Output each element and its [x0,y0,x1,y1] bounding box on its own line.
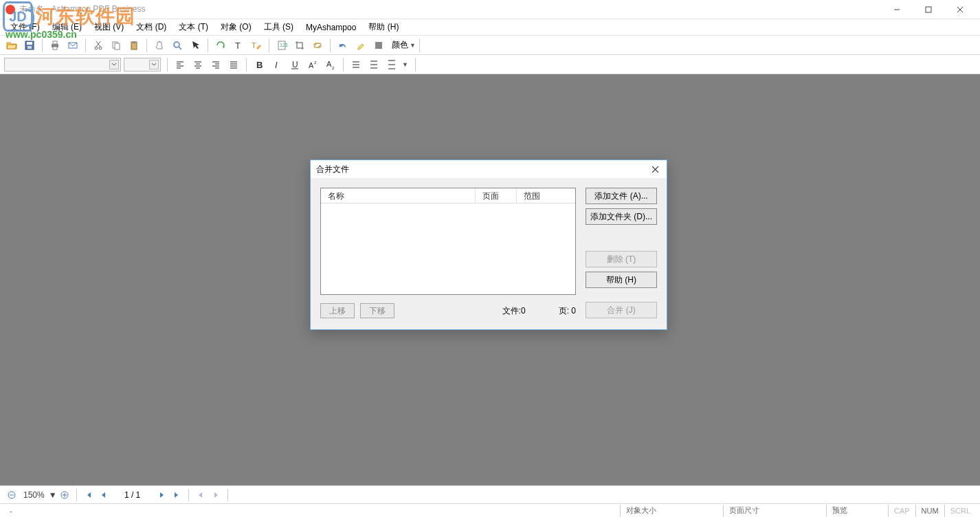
status-scrl: SCRL [944,505,976,517]
align-left-icon[interactable] [172,56,188,73]
svg-text:I: I [275,60,278,70]
menu-myashampoo[interactable]: MyAshampoo [300,20,362,35]
prev-page-button[interactable] [96,487,111,503]
zoom-dropdown-icon[interactable]: ▼ [49,490,57,500]
dialog-close-button[interactable] [649,163,661,175]
undo-icon[interactable] [335,37,351,54]
mail-icon[interactable] [65,37,81,54]
toolbar-format: B I U A2 A2 ▼ [0,55,980,74]
text-tool-icon[interactable]: T [230,37,247,54]
chevron-down-icon[interactable] [109,60,119,69]
align-right-icon[interactable] [208,56,224,73]
menu-view[interactable]: 视图 (V) [88,20,130,35]
svg-text:T: T [252,41,256,50]
crop-icon[interactable] [291,37,308,54]
link-icon[interactable] [309,37,326,54]
status-bar: - 对象大小 页面尺寸 预览 CAP NUM SCRL [0,503,980,517]
window-title: 未命名 - Ashampoo PDF Business [19,3,145,15]
delete-button[interactable]: 删除 (T) [586,251,657,267]
open-icon[interactable] [3,37,20,54]
zoom-in-button[interactable] [57,487,72,503]
superscript-icon[interactable]: A2 [304,56,321,73]
align-center-icon[interactable] [190,56,206,73]
subscript-icon[interactable]: A2 [322,56,339,73]
history-forward-button[interactable] [208,487,223,503]
select-icon[interactable] [187,37,203,54]
zoom-icon[interactable] [169,37,186,54]
print-icon[interactable] [47,37,63,54]
cut-icon[interactable] [90,37,107,54]
highlight-icon[interactable] [353,37,369,54]
edit-text-icon[interactable]: T [248,37,265,54]
svg-text:2: 2 [332,66,335,70]
line-spacing-3-icon[interactable] [383,56,400,73]
dialog-title: 合并文件 [316,164,349,175]
merge-button[interactable]: 合并 (J) [586,302,657,318]
page-number-input[interactable] [111,490,154,500]
merge-file-list[interactable]: 名称 页面 范围 [320,188,576,295]
font-family-combo[interactable] [4,58,121,72]
status-object-size: 对象大小 [620,505,723,517]
font-size-combo[interactable] [124,58,161,72]
svg-rect-8 [53,41,57,44]
color-dropdown-icon[interactable]: ▼ [410,42,416,49]
menu-edit[interactable]: 编辑 (E) [46,20,88,35]
svg-text:B: B [256,60,263,70]
first-page-button[interactable] [81,487,96,503]
col-header-pages[interactable]: 页面 [476,188,517,203]
next-page-button[interactable] [154,487,169,503]
status-dash: - [4,505,18,517]
svg-text:U: U [292,60,298,69]
insert-page-num-icon[interactable]: 123 [274,37,290,54]
svg-point-12 [99,47,102,50]
svg-rect-9 [53,47,57,50]
add-folder-button[interactable]: 添加文件夹 (D)... [586,208,657,225]
underline-icon[interactable]: U [287,56,303,73]
fill-color-icon[interactable] [370,37,387,54]
bold-icon[interactable]: B [251,56,267,73]
menu-object[interactable]: 对象 (O) [214,20,258,35]
col-header-range[interactable]: 范围 [517,188,575,203]
help-button[interactable]: 帮助 (H) [586,272,657,288]
col-header-name[interactable]: 名称 [321,188,476,203]
line-spacing-dropdown-icon[interactable]: ▼ [402,61,408,68]
svg-rect-1 [926,7,931,12]
menu-document[interactable]: 文档 (D) [130,20,172,35]
copy-icon[interactable] [108,37,124,54]
window-minimize-button[interactable] [881,0,913,19]
svg-rect-5 [27,42,32,45]
add-file-button[interactable]: 添加文件 (A)... [586,188,657,204]
move-down-button[interactable]: 下移 [360,303,394,318]
zoom-value: 150% [23,490,45,500]
svg-text:T: T [235,41,241,51]
line-spacing-2-icon[interactable] [366,56,382,73]
history-back-button[interactable] [193,487,208,503]
hand-icon[interactable] [151,37,168,54]
page-nav-bar: 150% ▼ [0,485,980,503]
chevron-down-icon[interactable] [149,60,159,69]
window-close-button[interactable] [944,0,976,19]
italic-icon[interactable]: I [269,56,285,73]
paste-icon[interactable] [126,37,142,54]
merge-files-dialog: 合并文件 名称 页面 范围 上移 下移 文件:0 [310,160,667,330]
move-up-button[interactable]: 上移 [320,303,355,318]
svg-text:A: A [309,61,314,69]
svg-text:2: 2 [314,60,317,65]
menu-tools[interactable]: 工具 (S) [258,20,300,35]
menubar: 文件 (F) 编辑 (E) 视图 (V) 文档 (D) 文本 (T) 对象 (O… [0,19,980,36]
svg-text:123: 123 [280,43,287,47]
line-spacing-1-icon[interactable] [348,56,364,73]
status-num: NUM [915,505,944,517]
save-icon[interactable] [21,37,38,54]
rotate-icon[interactable] [212,37,229,54]
window-maximize-button[interactable] [913,0,944,19]
color-label: 颜色 [392,39,408,51]
align-justify-icon[interactable] [225,56,242,73]
menu-file[interactable]: 文件 (F) [4,20,46,35]
zoom-out-button[interactable] [4,487,19,503]
menu-text[interactable]: 文本 (T) [172,20,214,35]
menu-help[interactable]: 帮助 (H) [362,20,405,35]
svg-point-19 [174,42,179,47]
status-page-size: 页面尺寸 [723,505,826,517]
last-page-button[interactable] [169,487,184,503]
